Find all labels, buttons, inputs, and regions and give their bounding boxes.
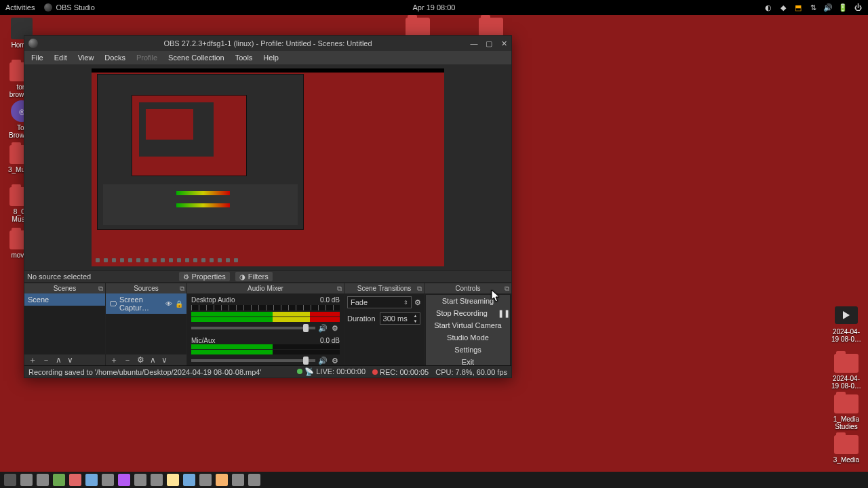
taskbar-item[interactable] <box>183 474 195 486</box>
menu-file[interactable]: File <box>27 54 47 62</box>
menu-profile[interactable]: Profile <box>132 54 161 62</box>
exit-button[interactable]: Exit <box>426 356 510 365</box>
taskbar-item[interactable] <box>53 474 65 486</box>
chevron-down-icon[interactable]: ▼ <box>412 319 420 324</box>
popout-icon[interactable]: ⧉ <box>337 285 342 293</box>
speaker-icon[interactable]: 🔊 <box>318 323 328 333</box>
taskbar-item[interactable] <box>248 474 260 486</box>
desktop-icon-video[interactable] <box>830 306 863 326</box>
taskbar-item[interactable] <box>4 474 16 486</box>
properties-button[interactable]: ⚙Properties <box>179 272 230 281</box>
start-virtual-camera-button[interactable]: Start Virtual Camera <box>426 319 510 331</box>
maximize-button[interactable]: ▢ <box>481 36 496 51</box>
topbar-clock[interactable]: Apr 19 08:00 <box>413 3 456 12</box>
popout-icon[interactable]: ⧉ <box>180 285 184 293</box>
filters-button[interactable]: ◑Filters <box>235 272 273 281</box>
source-settings-button[interactable]: ⚙ <box>137 355 144 365</box>
controls-dock: Controls⧉ Start Streaming Stop Recording… <box>425 283 511 365</box>
volume-slider[interactable] <box>191 327 315 329</box>
popout-icon[interactable]: ⧉ <box>98 285 103 293</box>
taskbar-item[interactable] <box>167 474 179 486</box>
scene-item[interactable]: Scene <box>24 293 105 306</box>
menu-tools[interactable]: Tools <box>231 54 257 62</box>
taskbar-item[interactable] <box>134 474 146 486</box>
taskbar-item[interactable] <box>85 474 98 486</box>
volume-slider[interactable] <box>191 359 315 362</box>
taskbar-item[interactable] <box>118 474 130 486</box>
menu-bar: File Edit View Docks Profile Scene Colle… <box>24 51 511 64</box>
minimize-button[interactable]: — <box>467 36 481 51</box>
close-button[interactable]: ✕ <box>496 36 511 51</box>
topbar-app[interactable]: OBS Studio <box>44 3 94 12</box>
mixer-channel: Mic/Aux0.0 dB 🔊 ⚙ <box>187 334 344 365</box>
popout-icon[interactable]: ⧉ <box>505 285 509 293</box>
duration-spinbox[interactable]: 300 ms ▲▼ <box>380 312 420 325</box>
tray-icon[interactable]: ◐ <box>764 3 773 12</box>
network-icon[interactable]: ⇅ <box>808 3 818 12</box>
desktop-icon[interactable]: 2024-04-19 08-0… <box>830 354 863 390</box>
rec-status: REC: 00:00:05 <box>372 368 429 376</box>
taskbar-item[interactable] <box>102 474 114 486</box>
tray-icon[interactable]: ⬒ <box>793 3 803 12</box>
lock-toggle[interactable]: 🔒 <box>175 300 183 308</box>
filter-icon: ◑ <box>239 273 245 281</box>
level-meter <box>191 344 340 349</box>
duration-label: Duration <box>347 314 376 323</box>
taskbar-item[interactable] <box>69 474 81 486</box>
tray-icon[interactable]: ◆ <box>778 3 788 12</box>
chevron-up-icon[interactable]: ▲ <box>412 313 420 319</box>
popout-icon[interactable]: ⧉ <box>417 285 422 293</box>
source-item[interactable]: 🖵 Screen Captur… 👁 🔒 <box>106 293 186 314</box>
dock-title: Scenes <box>54 285 76 292</box>
activities-button[interactable]: Activities <box>5 3 35 12</box>
power-icon[interactable]: ⏻ <box>853 3 863 12</box>
chevron-updown-icon: ⇳ <box>403 300 408 306</box>
pause-recording-button[interactable]: ❚❚ <box>498 307 510 319</box>
move-up-button[interactable]: ∧ <box>150 355 156 365</box>
obs-window: OBS 27.2.3+dfsg1-1 (linux) - Profile: Un… <box>24 35 512 378</box>
battery-icon[interactable]: 🔋 <box>838 3 848 12</box>
menu-docks[interactable]: Docks <box>100 54 130 62</box>
topbar-systray[interactable]: ◐ ◆ ⬒ ⇅ 🔊 🔋 ⏻ <box>764 3 868 12</box>
program-preview[interactable] <box>92 68 444 266</box>
menu-scene-collection[interactable]: Scene Collection <box>164 54 229 62</box>
move-down-button[interactable]: ∨ <box>67 355 73 365</box>
menu-help[interactable]: Help <box>259 54 283 62</box>
mixer-channel: Desktop Audio0.0 dB 🔊 ⚙ <box>187 293 344 334</box>
taskbar-item[interactable] <box>20 474 33 486</box>
taskbar-item[interactable] <box>37 474 49 486</box>
bottom-taskbar[interactable] <box>0 472 868 488</box>
volume-icon[interactable]: 🔊 <box>823 3 833 12</box>
taskbar-item[interactable] <box>199 474 212 486</box>
move-up-button[interactable]: ∧ <box>56 355 62 365</box>
remove-source-button[interactable]: － <box>123 354 132 366</box>
desktop-icon[interactable]: 2024-04-19 08-0… <box>830 328 863 343</box>
gear-icon[interactable]: ⚙ <box>330 356 340 365</box>
gear-icon: ⚙ <box>183 273 189 281</box>
transition-select[interactable]: Fade ⇳ <box>347 296 412 308</box>
add-scene-button[interactable]: ＋ <box>28 354 37 366</box>
speaker-icon[interactable]: 🔊 <box>318 356 328 365</box>
level-meter <box>191 350 340 354</box>
desktop-icon[interactable]: 3_Media <box>830 435 863 464</box>
gnome-topbar: Activities OBS Studio Apr 19 08:00 ◐ ◆ ⬒… <box>0 0 868 15</box>
obs-icon <box>28 39 38 48</box>
move-down-button[interactable]: ∨ <box>161 355 167 365</box>
no-source-label: No source selected <box>27 272 91 281</box>
settings-button[interactable]: Settings <box>426 344 510 356</box>
remove-scene-button[interactable]: － <box>42 354 50 366</box>
desktop-icon[interactable]: 1_Media Studies <box>830 394 863 430</box>
taskbar-item[interactable] <box>232 474 244 486</box>
gear-icon[interactable]: ⚙ <box>330 323 340 333</box>
studio-mode-button[interactable]: Studio Mode <box>426 331 510 344</box>
add-source-button[interactable]: ＋ <box>110 354 118 366</box>
visibility-toggle[interactable]: 👁 <box>165 300 172 308</box>
start-streaming-button[interactable]: Start Streaming <box>426 295 510 307</box>
taskbar-item[interactable] <box>151 474 163 486</box>
stop-recording-button[interactable]: Stop Recording <box>426 307 498 319</box>
menu-view[interactable]: View <box>74 54 98 62</box>
menu-edit[interactable]: Edit <box>50 54 71 62</box>
gear-icon[interactable]: ⚙ <box>414 298 421 307</box>
window-titlebar[interactable]: OBS 27.2.3+dfsg1-1 (linux) - Profile: Un… <box>24 36 511 51</box>
taskbar-item[interactable] <box>216 474 228 486</box>
